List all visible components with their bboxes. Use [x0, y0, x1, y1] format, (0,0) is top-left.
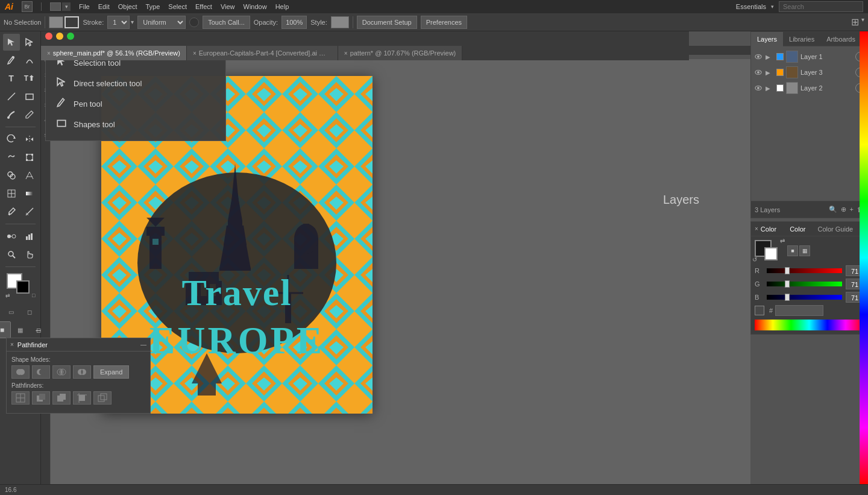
pencil-tool-btn[interactable]: [21, 106, 38, 123]
perspective-grid-btn[interactable]: [21, 167, 38, 184]
tab-sphere-main[interactable]: × sphere_main.pdf* @ 56.1% (RGB/Preview): [41, 46, 187, 60]
fill-color-swatch[interactable]: [49, 16, 63, 28]
stroke-weight-select[interactable]: 123: [107, 16, 130, 29]
touch-call-button[interactable]: Touch Call...: [203, 16, 250, 29]
solid-color-icon[interactable]: ■: [787, 245, 798, 256]
tab-color-guide[interactable]: Color Guide: [813, 225, 858, 233]
merge-btn[interactable]: [52, 391, 71, 405]
selection-tool-btn[interactable]: [3, 34, 20, 51]
tab-pattern[interactable]: × pattern* @ 107.67% (RGB/Preview): [338, 46, 462, 60]
fill-none-btn[interactable]: ▭: [3, 303, 20, 320]
menu-effect[interactable]: Effect: [195, 3, 212, 10]
direct-selection-tool-btn[interactable]: [21, 34, 38, 51]
pathfinder-close[interactable]: ×: [10, 341, 14, 348]
pen-tool-item[interactable]: Pen tool: [55, 93, 216, 114]
stroke-color-swatch[interactable]: [64, 16, 79, 28]
pen-tool-btn[interactable]: [3, 52, 20, 69]
curvature-tool-btn[interactable]: [21, 52, 38, 69]
exclude-btn[interactable]: [73, 365, 91, 379]
search-layers-icon[interactable]: 🔍: [829, 206, 837, 213]
preferences-button[interactable]: Preferences: [421, 16, 467, 29]
zoom-tool-btn[interactable]: [3, 246, 20, 263]
warp-tool-btn[interactable]: [3, 149, 20, 166]
rotate-tool-btn[interactable]: [3, 131, 20, 148]
none-mode-btn[interactable]: ◻: [30, 321, 47, 338]
background-color[interactable]: [16, 280, 30, 294]
menu-view[interactable]: View: [221, 3, 235, 10]
color-panel-close[interactable]: ×: [755, 225, 758, 232]
tab-color[interactable]: Color: [785, 225, 810, 233]
gradient-tool-btn[interactable]: [21, 185, 38, 202]
gradient-mode-btn[interactable]: ▦: [12, 321, 29, 338]
tab-close-2[interactable]: ×: [193, 50, 197, 57]
line-tool-btn[interactable]: [3, 88, 20, 105]
unite-btn[interactable]: [11, 365, 30, 379]
tab-artboards[interactable]: Artboards: [820, 32, 861, 46]
layout-toggle[interactable]: ⊞: [851, 16, 859, 28]
hand-tool-btn[interactable]: [21, 246, 38, 263]
menu-type[interactable]: Type: [146, 3, 160, 10]
tab-close-3[interactable]: ×: [344, 50, 348, 57]
color-mode-btn[interactable]: ◼: [0, 321, 11, 338]
crop-btn[interactable]: [73, 391, 91, 405]
layer-1-expand[interactable]: ▶: [766, 54, 774, 60]
b-slider[interactable]: [767, 295, 842, 300]
shape-builder-btn[interactable]: [3, 167, 20, 184]
reflect-tool-btn[interactable]: [21, 131, 38, 148]
swap-colors-icon[interactable]: ⇄: [5, 292, 10, 298]
layer-2-expand[interactable]: ▶: [766, 85, 774, 92]
direct-selection-tool-item[interactable]: Direct selection tool: [55, 73, 216, 93]
menu-file[interactable]: File: [79, 3, 90, 10]
bridge-icon[interactable]: Br: [22, 1, 33, 12]
expand-btn[interactable]: Expand: [93, 365, 129, 379]
tab-close-1[interactable]: ×: [47, 50, 51, 57]
menu-edit[interactable]: Edit: [98, 3, 110, 10]
stroke-mode-btn[interactable]: ◻: [21, 303, 38, 320]
maximize-button[interactable]: [67, 33, 74, 40]
layer-1-visibility[interactable]: [753, 52, 763, 61]
layer-row-2[interactable]: ▶ Layer 2: [751, 80, 867, 96]
hex-input[interactable]: 474747: [775, 305, 823, 316]
style-swatch[interactable]: [331, 16, 349, 28]
minimize-button[interactable]: [56, 33, 63, 40]
layer-row-3[interactable]: ▶ Layer 3: [751, 65, 867, 80]
close-button[interactable]: [45, 33, 52, 40]
mesh-tool-btn[interactable]: [3, 185, 20, 202]
tab-layers[interactable]: Layers: [751, 32, 783, 46]
search-input[interactable]: [779, 1, 863, 12]
eyedropper-btn[interactable]: [3, 203, 20, 220]
layer-3-visibility[interactable]: [753, 68, 763, 77]
pathfinder-collapse[interactable]: —: [140, 341, 146, 348]
shapes-tool-item[interactable]: Shapes tool: [55, 114, 216, 134]
type-tool-btn[interactable]: T: [3, 70, 20, 87]
default-colors-icon[interactable]: □: [32, 292, 35, 298]
minus-front-btn[interactable]: [32, 365, 50, 379]
layer-row-1[interactable]: ▶ Layer 1: [751, 49, 867, 65]
reset-colors-icon[interactable]: ↺: [752, 256, 757, 263]
paintbrush-tool-btn[interactable]: [3, 106, 20, 123]
swap-colors-btn[interactable]: ⇄: [780, 238, 785, 244]
stroke-style-select[interactable]: Uniform: [137, 16, 186, 29]
outline-btn[interactable]: [93, 391, 112, 405]
menu-window[interactable]: Window: [244, 3, 267, 10]
trim-btn[interactable]: [32, 391, 50, 405]
blend-tool-btn[interactable]: [3, 228, 20, 245]
measure-tool-btn[interactable]: [21, 203, 38, 220]
color-spectrum[interactable]: [755, 320, 864, 330]
menu-help[interactable]: Help: [275, 3, 289, 10]
menu-select[interactable]: Select: [168, 3, 187, 10]
opacity-value[interactable]: 100%: [281, 16, 307, 29]
vertical-type-tool-btn[interactable]: T⬆: [21, 70, 38, 87]
column-graph-btn[interactable]: [21, 228, 38, 245]
layer-3-expand[interactable]: ▶: [766, 69, 774, 76]
rect-tool-btn[interactable]: [21, 88, 38, 105]
gradient-color-icon[interactable]: ▦: [799, 245, 810, 256]
bg-color-swatch[interactable]: [764, 247, 778, 260]
tab-european-capitals[interactable]: × European-Capitals-Part-4 [Converted].a…: [187, 46, 338, 60]
create-layer-icon[interactable]: +: [850, 206, 854, 213]
tab-libraries[interactable]: Libraries: [783, 32, 820, 46]
create-clipping-icon[interactable]: ⊕: [841, 206, 846, 213]
menu-object[interactable]: Object: [118, 3, 137, 10]
free-transform-btn[interactable]: [21, 149, 38, 166]
g-slider[interactable]: [767, 282, 842, 286]
